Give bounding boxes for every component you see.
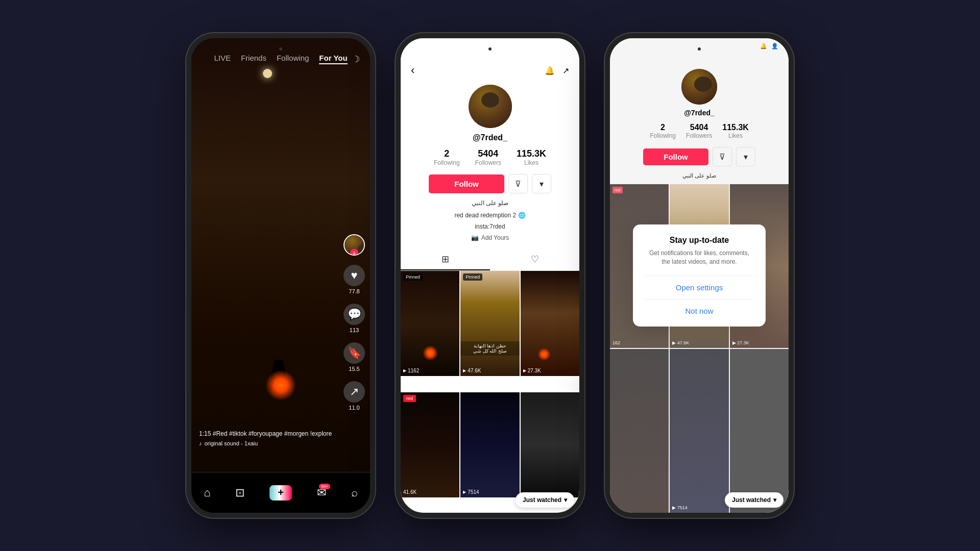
profile-header: ‹ 🔔 ↗ @7rded_ 2 Following 5404 Fol [401,38,579,249]
likes-stat: 115.3K Likes [517,148,546,166]
phone-1-feed: LIVE Friends Following For You ☽ ♥ 77.8 … [186,33,375,518]
open-settings-button[interactable]: Open settings [644,283,754,292]
grid-item-5[interactable]: ▶7514 [460,392,519,497]
pinned-badge-1: Pinned [403,273,423,281]
tab-liked[interactable]: ♡ [490,249,579,270]
home-nav-item[interactable]: ⌂ [204,486,210,499]
avatar-image [345,235,364,255]
nav-friends[interactable]: Friends [241,54,266,64]
play-icon-2: ▶ [463,368,466,373]
filter-icon: ⊽ [515,179,521,189]
inbox-nav-item[interactable]: ✉ 99+ [317,486,326,499]
grid-item-2[interactable]: Pinned حظن اذها النهايةصلح الله كل شي ▶4… [460,271,519,376]
campfire-glow [265,370,296,400]
likes-count: 115.3K [517,148,546,159]
fire-visual-3 [537,348,550,361]
following-count: 2 [444,148,449,159]
shop-nav-item[interactable]: ⊡ [235,486,244,499]
profile-stats: 2 Following 5404 Followers 115.3K Likes [434,148,546,166]
follow-button[interactable]: Follow [429,174,504,193]
nav-following[interactable]: Following [277,54,309,64]
feed-nav: LIVE Friends Following For You [191,54,370,64]
filter-button[interactable]: ⊽ [508,174,528,193]
notification-bell-status[interactable]: 🔔 [760,43,767,49]
profile-content: ‹ 🔔 ↗ @7rded_ 2 Following 5404 Fol [401,38,579,513]
grid-item-4[interactable]: red 41.6K [401,392,459,497]
popup-description: Get notifications for likes, comments, t… [644,249,754,266]
popup-divider-2 [644,299,754,299]
profile-actions: Follow ⊽ ▾ [429,174,551,193]
like-count: 77.8 [349,288,359,294]
create-nav-item[interactable]: + [270,485,292,500]
view-count-5: ▶7514 [463,489,479,495]
following-stat: 2 Following [434,148,460,166]
nav-for-you[interactable]: For You [319,54,347,64]
timestamp: 1:15 [199,430,211,437]
avatar-image [469,85,512,128]
pinned-badge-2: Pinned [463,273,482,281]
share-header-icon[interactable]: ↗ [562,66,569,76]
profile-avatar [469,85,512,128]
header-icons: 🔔 ↗ [545,66,569,76]
nav-live[interactable]: LIVE [214,54,231,64]
add-yours-label: Add Yours [481,234,509,241]
popup-divider-1 [644,276,754,276]
chevron-down-icon-badge: ▾ [564,496,567,504]
grid-item-3[interactable]: ▶27.3K [521,271,579,376]
view-count-4: 41.6K [403,489,416,495]
video-info: 1:15 #Red #tiktok #foryoupage #morgen !e… [199,430,339,446]
play-icon-3: ▶ [523,368,526,373]
arabic-overlay: حظن اذها النهايةصلح الله كل شي [460,341,519,356]
grid-item-1[interactable]: Pinned ▶1162 [401,271,459,376]
just-watched-label: Just watched [523,496,561,504]
view-count-1: ▶1162 [403,368,419,373]
search-nav-item[interactable]: ⌕ [351,486,358,499]
followers-count: 5404 [478,148,498,159]
status-bar-3: 🔔 👤 [610,38,789,54]
heart-outline-icon: ♡ [531,254,539,265]
back-button[interactable]: ‹ [411,64,414,77]
just-watched-badge[interactable]: Just watched ▾ [516,492,574,508]
followers-label: Followers [475,159,501,166]
view-count-2: ▶47.6K [463,368,481,373]
notification-bell-icon[interactable]: 🔔 [545,66,555,76]
grid-item-6[interactable] [521,392,579,497]
profile-username: @7rded_ [473,133,507,142]
not-now-button[interactable]: Not now [644,307,754,315]
popup-title: Stay up-to-date [644,236,754,245]
video-sidebar: ♥ 77.8 💬 113 🔖 15.5 ↗ 11.0 [344,234,365,411]
heart-icon: ♥ [344,265,365,286]
video-grid: Pinned ▶1162 Pinned حظن اذها النهايةصلح … [401,271,579,513]
camera-icon: 📷 [471,234,479,241]
video-caption: 1:15 #Red #tiktok #foryoupage #morgen !e… [199,430,339,437]
bookmark-button[interactable]: 🔖 15.5 [344,342,365,372]
moon-visual [263,69,272,78]
share-button[interactable]: ↗ 11.0 [344,381,365,411]
following-label: Following [434,159,460,166]
play-icon-5: ▶ [463,490,466,494]
hashtags: #Red #tiktok #foryoupage #morgen !explor… [213,430,332,437]
sound-info[interactable]: ♪ original sound - 1xaiu [199,440,339,446]
share-icon: ↗ [344,381,365,403]
shop-icon: ⊡ [235,486,244,499]
followers-stat: 5404 Followers [475,148,501,166]
dropdown-button[interactable]: ▾ [532,174,551,193]
share-count: 11.0 [349,405,359,411]
profile-icon-status[interactable]: 👤 [771,43,778,49]
music-icon: ♪ [199,440,202,446]
create-button[interactable]: + [270,485,292,500]
profile-tabs: ⊞ ♡ [401,249,579,271]
grid-icon: ⊞ [442,254,449,265]
dark-mode-icon[interactable]: ☽ [352,54,360,65]
play-icon-1: ▶ [403,368,406,373]
phone-2-profile: ‹ 🔔 ↗ @7rded_ 2 Following 5404 Fol [396,33,584,518]
like-button[interactable]: ♥ 77.8 [344,265,365,294]
avatar[interactable] [344,234,365,256]
status-icons: 🔔 👤 [760,43,778,49]
home-icon: ⌂ [204,486,210,499]
tab-videos[interactable]: ⊞ [401,249,490,270]
add-yours-button[interactable]: 📷 Add Yours [471,234,509,241]
bookmark-icon: 🔖 [344,342,365,364]
fire-visual-1 [423,345,438,361]
comment-button[interactable]: 💬 113 [344,304,365,333]
